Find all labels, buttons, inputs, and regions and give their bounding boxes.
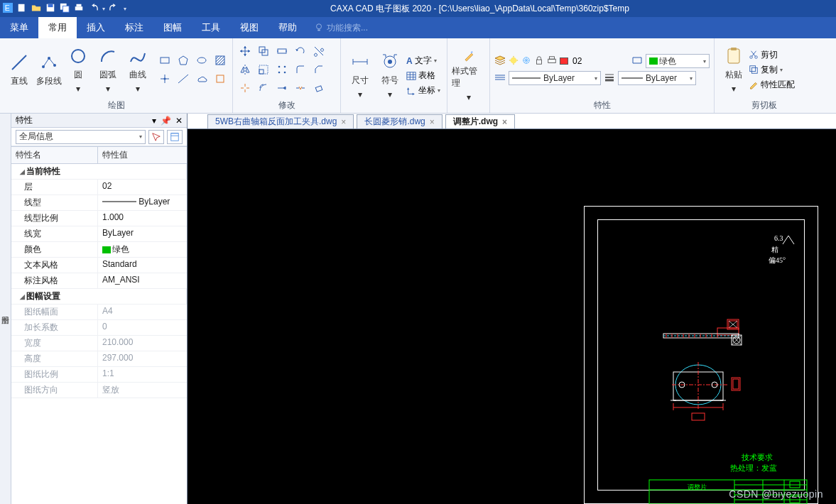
prop-row[interactable]: 加长系数0 — [11, 320, 187, 336]
prop-row[interactable]: 图纸比例1:1 — [11, 367, 187, 383]
drawing-canvas[interactable]: 6.3 精 偏45° — [188, 129, 836, 504]
trim-icon[interactable] — [311, 43, 327, 59]
lineweight-icon[interactable] — [604, 72, 615, 85]
match-props-button[interactable]: 特性匹配 — [749, 79, 795, 91]
prop-row[interactable]: 图纸方向竖放 — [11, 383, 187, 398]
color-combo[interactable]: 绿色▾ — [646, 54, 710, 68]
table-button[interactable]: 表格 — [406, 70, 440, 82]
style-manage-button[interactable]: 样式管理▾ — [452, 50, 485, 102]
coord-button[interactable]: 坐标▾ — [406, 84, 440, 97]
undo-icon[interactable] — [88, 3, 98, 15]
prop-row[interactable]: 线型比例1.000 — [11, 211, 187, 226]
arc-button[interactable]: 圆弧▾ — [93, 43, 123, 96]
undo-dropdown-icon[interactable]: ▾ — [102, 6, 105, 12]
group-props: 02 绿色▾ ByLayer▾ ByLayer▾ 特性 — [490, 38, 715, 113]
layer-icon[interactable] — [494, 55, 506, 68]
menu-insert[interactable]: 插入 — [77, 17, 115, 38]
chevron-down-icon[interactable]: ▾ — [152, 116, 156, 126]
close-icon[interactable]: ✕ — [175, 116, 183, 126]
symbol-button[interactable]: 符号▾ — [375, 50, 405, 102]
scale-icon[interactable] — [256, 62, 271, 77]
linetype-icon[interactable] — [494, 72, 506, 85]
chamfer-icon[interactable] — [311, 62, 327, 77]
visibility-icon[interactable] — [509, 55, 519, 67]
ellipse-icon[interactable] — [194, 53, 210, 68]
svg-rect-34 — [407, 72, 416, 80]
freeze-icon[interactable] — [521, 55, 531, 67]
title-bar: E ▾ ▾ CAXA CAD 电子图板 2020 - [C:\Users\lia… — [0, 0, 836, 17]
menu-tools[interactable]: 工具 — [192, 17, 230, 38]
copy-icon[interactable] — [256, 43, 271, 59]
prop-selector[interactable]: 全局信息▾ — [16, 130, 146, 144]
array-icon[interactable] — [274, 62, 290, 77]
menu-common[interactable]: 常用 — [38, 17, 77, 38]
tab-close-icon[interactable]: × — [341, 117, 346, 127]
new-icon[interactable] — [17, 3, 27, 15]
doc-tab-2[interactable]: 调整片.dwg× — [445, 114, 515, 128]
cut-button[interactable]: 剪切 — [749, 49, 795, 61]
spline-button[interactable]: 曲线▾ — [123, 43, 153, 96]
prop-row[interactable]: 颜色绿色 — [11, 242, 187, 258]
mirror-icon[interactable] — [237, 62, 253, 77]
hatch-icon[interactable] — [212, 53, 228, 68]
rect-icon[interactable] — [157, 53, 173, 68]
filter-icon[interactable] — [167, 130, 183, 144]
open-icon[interactable] — [31, 3, 41, 15]
print-layer-icon[interactable] — [547, 55, 557, 67]
prop-row[interactable]: 高度297.000 — [11, 351, 187, 367]
rotate-icon[interactable] — [293, 43, 308, 59]
menu-sheet[interactable]: 图幅 — [153, 17, 192, 38]
side-tab[interactable]: 图册 — [0, 114, 11, 504]
doc-tab-1[interactable]: 长圆菱形销.dwg× — [357, 114, 442, 128]
prop-row[interactable]: 图纸幅面A4 — [11, 305, 187, 320]
search-placeholder: 功能搜索... — [327, 22, 368, 34]
save-icon[interactable] — [45, 3, 55, 15]
erase-icon[interactable] — [311, 80, 327, 96]
circle-button[interactable]: 圆▾ — [64, 43, 94, 96]
block-icon[interactable] — [212, 71, 228, 87]
prop-row[interactable]: 层02 — [11, 180, 187, 195]
linetype-combo[interactable]: ByLayer▾ — [509, 71, 601, 85]
lineweight-combo[interactable]: ByLayer▾ — [618, 71, 696, 85]
prop-row[interactable]: 宽度210.000 — [11, 336, 187, 351]
point-icon[interactable] — [157, 71, 173, 87]
pin-icon[interactable]: 📌 — [161, 116, 171, 126]
lock-icon[interactable] — [534, 55, 544, 67]
move-icon[interactable] — [237, 43, 253, 59]
menu-view[interactable]: 视图 — [230, 17, 268, 38]
xline-icon[interactable] — [175, 71, 191, 87]
menu-help[interactable]: 帮助 — [268, 17, 307, 38]
doc-tab-0[interactable]: 5WB右曲轴箱反面加工夹具.dwg× — [207, 114, 354, 128]
copy-clip-button[interactable]: 复制▾ — [749, 64, 795, 76]
svg-rect-47 — [751, 67, 757, 73]
text-button[interactable]: A文字▾ — [406, 55, 440, 67]
fillet-icon[interactable] — [293, 62, 308, 77]
menu-main[interactable]: 菜单 — [0, 17, 38, 38]
polygon-icon[interactable] — [175, 53, 191, 68]
line-button[interactable]: 直线 — [4, 43, 34, 96]
extend-icon[interactable] — [274, 80, 290, 96]
prop-section: 当前特性 — [11, 164, 187, 180]
offset-icon[interactable] — [256, 80, 271, 96]
stretch-icon[interactable] — [274, 43, 290, 59]
prop-row[interactable]: 线型 ByLayer — [11, 195, 187, 211]
prop-row[interactable]: 标注风格AM_ANSI — [11, 273, 187, 289]
polyline-button[interactable]: 多段线 — [34, 43, 64, 96]
dimension-button[interactable]: 尺寸▾ — [345, 50, 375, 102]
prop-row[interactable]: 文本风格Standard — [11, 258, 187, 273]
prop-row[interactable]: 线宽ByLayer — [11, 226, 187, 242]
menu-annotate[interactable]: 标注 — [115, 17, 153, 38]
layer-match-icon[interactable] — [631, 55, 643, 68]
tab-close-icon[interactable]: × — [502, 117, 507, 127]
function-search[interactable]: 功能搜索... — [314, 17, 368, 38]
quick-select-icon[interactable] — [148, 130, 164, 144]
tab-close-icon[interactable]: × — [430, 117, 435, 127]
print-icon[interactable] — [74, 3, 84, 15]
break-icon[interactable] — [293, 80, 308, 96]
svg-rect-31 — [315, 86, 322, 92]
explode-icon[interactable] — [237, 80, 253, 96]
paste-button[interactable]: 粘贴▾ — [719, 43, 749, 96]
redo-icon[interactable] — [109, 3, 119, 15]
cloud-icon[interactable] — [194, 71, 210, 87]
saveas-icon[interactable] — [60, 3, 70, 15]
